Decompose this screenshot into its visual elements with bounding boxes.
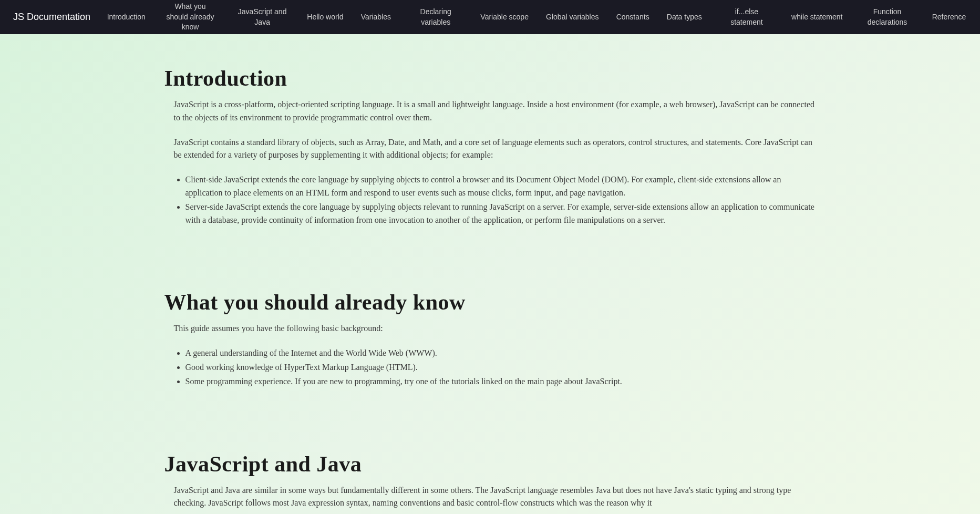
main-content: Introduction JavaScript is a cross-platf…	[154, 34, 827, 514]
nav-link-constants[interactable]: Constants	[612, 0, 654, 34]
heading-js-and-java: JavaScript and Java	[164, 451, 816, 477]
section-introduction: Introduction JavaScript is a cross-platf…	[164, 66, 816, 227]
nav-link-introduction[interactable]: Introduction	[103, 0, 150, 34]
section-content: JavaScript and Java are similar in some …	[164, 484, 816, 510]
nav-link-function-declarations[interactable]: Function declarations	[856, 0, 919, 34]
list-item: Some programming experience. If you are …	[185, 375, 816, 388]
list-item: A general understanding of the Internet …	[185, 347, 816, 360]
nav-link-javascript-and-java[interactable]: JavaScript and Java	[231, 0, 294, 34]
nav-title: JS Documentation	[5, 12, 98, 23]
nav-link-reference[interactable]: Reference	[928, 0, 971, 34]
paragraph: JavaScript is a cross-platform, object-o…	[174, 98, 816, 125]
paragraph: JavaScript and Java are similar in some …	[174, 484, 816, 510]
nav-link-variables[interactable]: Variables	[357, 0, 395, 34]
nav-links: Introduction What you should already kno…	[98, 0, 975, 34]
list: A general understanding of the Internet …	[174, 347, 816, 388]
list-item: Client-side JavaScript extends the core …	[185, 173, 816, 200]
nav-link-variable-scope[interactable]: Variable scope	[476, 0, 533, 34]
section-js-and-java: JavaScript and Java JavaScript and Java …	[164, 451, 816, 510]
nav-link-if-else[interactable]: if...else statement	[715, 0, 778, 34]
heading-introduction: Introduction	[164, 66, 816, 91]
list-item: Server-side JavaScript extends the core …	[185, 201, 816, 227]
list-item: Good working knowledge of HyperText Mark…	[185, 361, 816, 374]
paragraph: JavaScript contains a standard library o…	[174, 136, 816, 162]
nav-link-what-you-should-know[interactable]: What you should already know	[159, 0, 222, 34]
nav-link-while[interactable]: while statement	[787, 0, 847, 34]
list: Client-side JavaScript extends the core …	[174, 173, 816, 227]
nav-link-declaring-variables[interactable]: Declaring variables	[404, 0, 467, 34]
nav-link-data-types[interactable]: Data types	[663, 0, 706, 34]
section-content: JavaScript is a cross-platform, object-o…	[164, 98, 816, 227]
section-already-know: What you should already know This guide …	[164, 290, 816, 388]
nav-link-hello-world[interactable]: Hello world	[303, 0, 347, 34]
nav-link-global-variables[interactable]: Global variables	[542, 0, 603, 34]
heading-already-know: What you should already know	[164, 290, 816, 315]
section-content: This guide assumes you have the followin…	[164, 322, 816, 388]
top-nav: JS Documentation Introduction What you s…	[0, 0, 980, 34]
paragraph: This guide assumes you have the followin…	[174, 322, 816, 335]
